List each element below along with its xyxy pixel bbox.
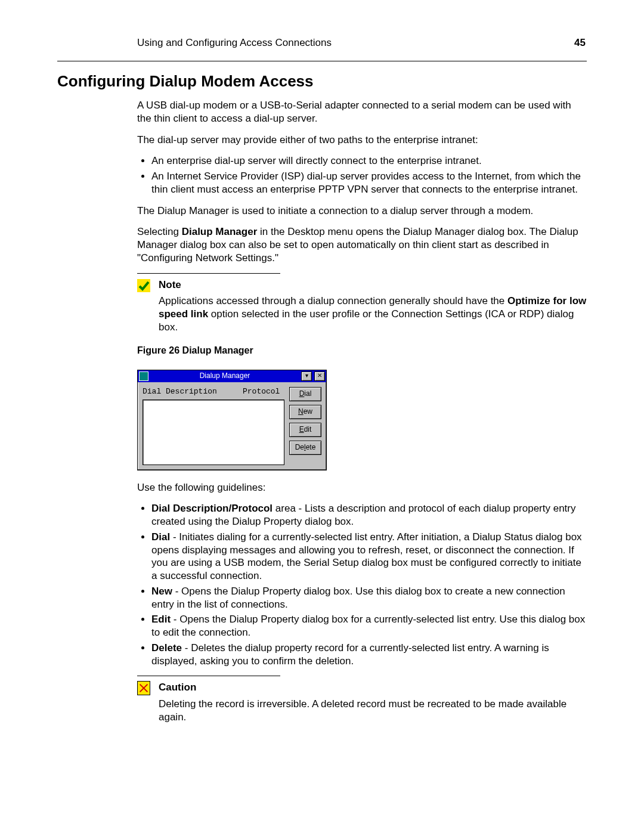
col-protocol: Protocol xyxy=(243,387,284,397)
running-title: Using and Configuring Access Connections xyxy=(137,37,332,49)
note-icon xyxy=(137,279,150,292)
caution-body: Caution Deleting the record is irreversi… xyxy=(159,681,587,723)
text-bold: Dialup Manager xyxy=(182,226,258,237)
text-bold: Dial Description/Protocol xyxy=(151,503,273,514)
edit-button[interactable]: Edit xyxy=(289,423,321,437)
note-body: Note Applications accessed through a dia… xyxy=(159,278,587,334)
figure-caption: Figure 26 Dialup Manager xyxy=(137,345,587,357)
dialog-column-headers: Dial Description Protocol xyxy=(143,387,284,397)
minimize-button[interactable]: ▾ xyxy=(301,371,312,381)
guideline-item: New - Opens the Dialup Property dialog b… xyxy=(151,585,587,611)
caution-callout: Caution Deleting the record is irreversi… xyxy=(137,681,587,723)
intro-paragraph-1: A USB dial-up modem or a USB-to-Serial a… xyxy=(137,99,587,125)
dialup-manager-dialog: Dialup Manager ▾ ✕ Dial Description Prot… xyxy=(137,370,327,470)
dialog-button-column: Dial New Edit Delete xyxy=(289,387,321,465)
text-run: - Opens the Dialup Property dialog box. … xyxy=(151,586,565,610)
running-header: Using and Configuring Access Connections… xyxy=(57,37,587,61)
note-text: Applications accessed through a dialup c… xyxy=(159,295,587,333)
note-label: Note xyxy=(159,278,587,292)
new-button[interactable]: New xyxy=(289,405,321,419)
col-dial-description: Dial Description xyxy=(143,387,243,397)
guideline-item: Dial - Initiates dialing for a currently… xyxy=(151,531,587,583)
caution-label: Caution xyxy=(159,681,587,694)
text-bold: New xyxy=(151,586,172,597)
intro-bullet: An enterprise dial-up server will direct… xyxy=(151,154,587,168)
intro-paragraph-2: The dial-up server may provide either of… xyxy=(137,134,587,147)
delete-button[interactable]: Delete xyxy=(289,441,321,455)
dialog-list-area: Dial Description Protocol xyxy=(143,387,284,465)
guideline-item: Delete - Deletes the dialup property rec… xyxy=(151,642,587,668)
section-heading: Configuring Dialup Modem Access xyxy=(57,72,587,91)
page: Using and Configuring Access Connections… xyxy=(0,0,644,833)
caution-text: Deleting the record is irreversible. A d… xyxy=(159,698,587,724)
note-callout: Note Applications accessed through a dia… xyxy=(137,278,587,334)
btn-rest: ete xyxy=(306,443,316,451)
text-run: option selected in the user profile or t… xyxy=(159,308,574,333)
text-run: - Opens the Dialup Property dialog box f… xyxy=(151,614,585,638)
guideline-item: Dial Description/Protocol area - Lists a… xyxy=(151,502,587,528)
text-run: - Deletes the dialup property record for… xyxy=(151,642,549,667)
text-run: Selecting xyxy=(137,226,182,237)
header-rule xyxy=(57,61,587,61)
guidelines-intro: Use the following guidelines: xyxy=(137,481,587,494)
dial-button[interactable]: Dial xyxy=(289,387,321,401)
manager-paragraph-2: Selecting Dialup Manager in the Desktop … xyxy=(137,225,587,264)
page-number: 45 xyxy=(574,37,586,49)
text-run: - Initiates dialing for a currently-sele… xyxy=(151,531,582,581)
dialog-title: Dialup Manager xyxy=(151,371,299,380)
dialog-titlebar: Dialup Manager ▾ ✕ xyxy=(138,370,326,382)
btn-rest: ial xyxy=(304,389,311,398)
intro-bullet: An Internet Service Provider (ISP) dial-… xyxy=(151,170,587,196)
text-bold: Delete xyxy=(151,642,182,654)
text-bold: Dial xyxy=(151,531,170,543)
body-column: A USB dial-up modem or a USB-to-Serial a… xyxy=(137,99,587,724)
text-bold: Edit xyxy=(151,614,171,625)
system-menu-icon[interactable] xyxy=(139,371,148,381)
text-run: Applications accessed through a dialup c… xyxy=(159,295,507,306)
caution-rule xyxy=(137,676,280,676)
manager-paragraph-1: The Dialup Manager is used to initiate a… xyxy=(137,205,587,218)
guideline-item: Edit - Opens the Dialup Property dialog … xyxy=(151,613,587,639)
btn-rest: ew xyxy=(304,407,312,416)
dialog-content: Dial Description Protocol Dial New Edit … xyxy=(138,382,326,470)
caution-icon xyxy=(137,682,150,695)
dialup-list[interactable] xyxy=(143,400,284,465)
guidelines-list: Dial Description/Protocol area - Lists a… xyxy=(137,502,587,667)
btn-rest: dit xyxy=(304,425,312,433)
intro-bullet-list: An enterprise dial-up server will direct… xyxy=(137,154,587,196)
close-button[interactable]: ✕ xyxy=(314,371,325,381)
note-rule xyxy=(137,273,280,274)
